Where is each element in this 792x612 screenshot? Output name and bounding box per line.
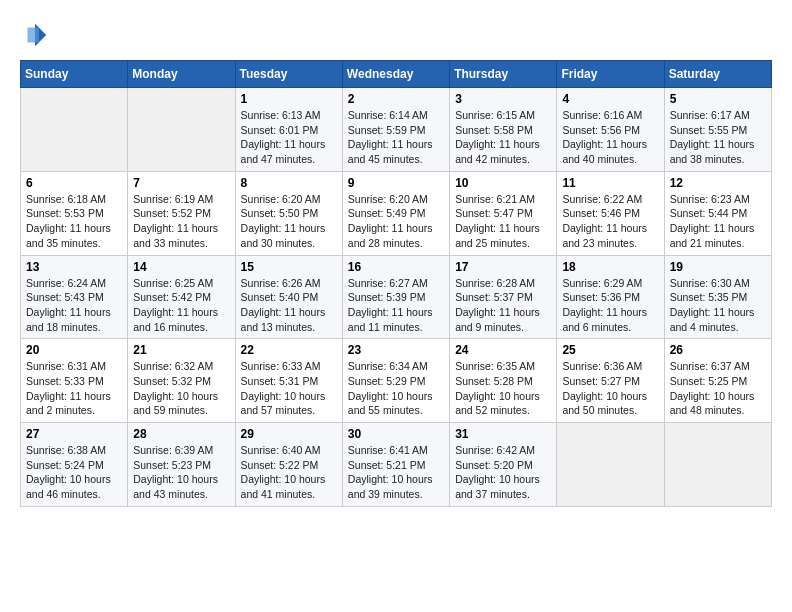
calendar-week: 13 Sunrise: 6:24 AM Sunset: 5:43 PM Dayl…: [21, 255, 772, 339]
calendar-cell: 21 Sunrise: 6:32 AM Sunset: 5:32 PM Dayl…: [128, 339, 235, 423]
day-number: 9: [348, 176, 444, 190]
day-number: 22: [241, 343, 337, 357]
logo-icon: [20, 20, 50, 50]
weekday-header: Tuesday: [235, 61, 342, 88]
day-number: 20: [26, 343, 122, 357]
weekday-header: Thursday: [450, 61, 557, 88]
day-number: 24: [455, 343, 551, 357]
calendar-cell: 29 Sunrise: 6:40 AM Sunset: 5:22 PM Dayl…: [235, 423, 342, 507]
day-info: Sunrise: 6:19 AM Sunset: 5:52 PM Dayligh…: [133, 192, 229, 251]
calendar-cell: [128, 88, 235, 172]
day-number: 1: [241, 92, 337, 106]
day-info: Sunrise: 6:17 AM Sunset: 5:55 PM Dayligh…: [670, 108, 766, 167]
day-number: 31: [455, 427, 551, 441]
day-number: 27: [26, 427, 122, 441]
day-info: Sunrise: 6:24 AM Sunset: 5:43 PM Dayligh…: [26, 276, 122, 335]
day-info: Sunrise: 6:15 AM Sunset: 5:58 PM Dayligh…: [455, 108, 551, 167]
day-info: Sunrise: 6:25 AM Sunset: 5:42 PM Dayligh…: [133, 276, 229, 335]
day-info: Sunrise: 6:40 AM Sunset: 5:22 PM Dayligh…: [241, 443, 337, 502]
day-info: Sunrise: 6:28 AM Sunset: 5:37 PM Dayligh…: [455, 276, 551, 335]
calendar-cell: 19 Sunrise: 6:30 AM Sunset: 5:35 PM Dayl…: [664, 255, 771, 339]
calendar-cell: [557, 423, 664, 507]
day-number: 3: [455, 92, 551, 106]
day-number: 11: [562, 176, 658, 190]
header-row: SundayMondayTuesdayWednesdayThursdayFrid…: [21, 61, 772, 88]
calendar-cell: 10 Sunrise: 6:21 AM Sunset: 5:47 PM Dayl…: [450, 171, 557, 255]
calendar-cell: 11 Sunrise: 6:22 AM Sunset: 5:46 PM Dayl…: [557, 171, 664, 255]
day-info: Sunrise: 6:38 AM Sunset: 5:24 PM Dayligh…: [26, 443, 122, 502]
day-number: 16: [348, 260, 444, 274]
calendar-cell: 22 Sunrise: 6:33 AM Sunset: 5:31 PM Dayl…: [235, 339, 342, 423]
day-number: 28: [133, 427, 229, 441]
day-info: Sunrise: 6:21 AM Sunset: 5:47 PM Dayligh…: [455, 192, 551, 251]
day-info: Sunrise: 6:16 AM Sunset: 5:56 PM Dayligh…: [562, 108, 658, 167]
calendar-cell: 26 Sunrise: 6:37 AM Sunset: 5:25 PM Dayl…: [664, 339, 771, 423]
day-number: 14: [133, 260, 229, 274]
weekday-header: Friday: [557, 61, 664, 88]
calendar-cell: 13 Sunrise: 6:24 AM Sunset: 5:43 PM Dayl…: [21, 255, 128, 339]
day-number: 13: [26, 260, 122, 274]
day-number: 8: [241, 176, 337, 190]
day-info: Sunrise: 6:27 AM Sunset: 5:39 PM Dayligh…: [348, 276, 444, 335]
day-number: 2: [348, 92, 444, 106]
calendar-cell: 30 Sunrise: 6:41 AM Sunset: 5:21 PM Dayl…: [342, 423, 449, 507]
calendar-table: SundayMondayTuesdayWednesdayThursdayFrid…: [20, 60, 772, 507]
day-info: Sunrise: 6:20 AM Sunset: 5:50 PM Dayligh…: [241, 192, 337, 251]
calendar-cell: 1 Sunrise: 6:13 AM Sunset: 6:01 PM Dayli…: [235, 88, 342, 172]
day-number: 18: [562, 260, 658, 274]
day-info: Sunrise: 6:39 AM Sunset: 5:23 PM Dayligh…: [133, 443, 229, 502]
page-header: [20, 20, 772, 50]
calendar-week: 27 Sunrise: 6:38 AM Sunset: 5:24 PM Dayl…: [21, 423, 772, 507]
calendar-week: 20 Sunrise: 6:31 AM Sunset: 5:33 PM Dayl…: [21, 339, 772, 423]
day-info: Sunrise: 6:32 AM Sunset: 5:32 PM Dayligh…: [133, 359, 229, 418]
day-number: 15: [241, 260, 337, 274]
calendar-cell: 31 Sunrise: 6:42 AM Sunset: 5:20 PM Dayl…: [450, 423, 557, 507]
day-info: Sunrise: 6:37 AM Sunset: 5:25 PM Dayligh…: [670, 359, 766, 418]
calendar-week: 6 Sunrise: 6:18 AM Sunset: 5:53 PM Dayli…: [21, 171, 772, 255]
day-number: 23: [348, 343, 444, 357]
calendar-cell: 24 Sunrise: 6:35 AM Sunset: 5:28 PM Dayl…: [450, 339, 557, 423]
day-number: 26: [670, 343, 766, 357]
calendar-cell: 28 Sunrise: 6:39 AM Sunset: 5:23 PM Dayl…: [128, 423, 235, 507]
day-info: Sunrise: 6:30 AM Sunset: 5:35 PM Dayligh…: [670, 276, 766, 335]
day-info: Sunrise: 6:34 AM Sunset: 5:29 PM Dayligh…: [348, 359, 444, 418]
day-info: Sunrise: 6:33 AM Sunset: 5:31 PM Dayligh…: [241, 359, 337, 418]
day-number: 30: [348, 427, 444, 441]
calendar-cell: 25 Sunrise: 6:36 AM Sunset: 5:27 PM Dayl…: [557, 339, 664, 423]
day-info: Sunrise: 6:41 AM Sunset: 5:21 PM Dayligh…: [348, 443, 444, 502]
day-number: 5: [670, 92, 766, 106]
day-number: 6: [26, 176, 122, 190]
svg-marker-1: [28, 28, 39, 43]
calendar-cell: 6 Sunrise: 6:18 AM Sunset: 5:53 PM Dayli…: [21, 171, 128, 255]
day-info: Sunrise: 6:23 AM Sunset: 5:44 PM Dayligh…: [670, 192, 766, 251]
weekday-header: Monday: [128, 61, 235, 88]
calendar-cell: 4 Sunrise: 6:16 AM Sunset: 5:56 PM Dayli…: [557, 88, 664, 172]
day-number: 19: [670, 260, 766, 274]
calendar-cell: [664, 423, 771, 507]
calendar-cell: 20 Sunrise: 6:31 AM Sunset: 5:33 PM Dayl…: [21, 339, 128, 423]
day-number: 10: [455, 176, 551, 190]
day-info: Sunrise: 6:36 AM Sunset: 5:27 PM Dayligh…: [562, 359, 658, 418]
logo: [20, 20, 54, 50]
day-number: 17: [455, 260, 551, 274]
calendar-cell: 7 Sunrise: 6:19 AM Sunset: 5:52 PM Dayli…: [128, 171, 235, 255]
day-info: Sunrise: 6:42 AM Sunset: 5:20 PM Dayligh…: [455, 443, 551, 502]
day-info: Sunrise: 6:31 AM Sunset: 5:33 PM Dayligh…: [26, 359, 122, 418]
day-number: 21: [133, 343, 229, 357]
day-info: Sunrise: 6:35 AM Sunset: 5:28 PM Dayligh…: [455, 359, 551, 418]
calendar-cell: 9 Sunrise: 6:20 AM Sunset: 5:49 PM Dayli…: [342, 171, 449, 255]
calendar-cell: 5 Sunrise: 6:17 AM Sunset: 5:55 PM Dayli…: [664, 88, 771, 172]
calendar-cell: 27 Sunrise: 6:38 AM Sunset: 5:24 PM Dayl…: [21, 423, 128, 507]
weekday-header: Sunday: [21, 61, 128, 88]
calendar-cell: 3 Sunrise: 6:15 AM Sunset: 5:58 PM Dayli…: [450, 88, 557, 172]
day-number: 7: [133, 176, 229, 190]
day-number: 25: [562, 343, 658, 357]
calendar-cell: 2 Sunrise: 6:14 AM Sunset: 5:59 PM Dayli…: [342, 88, 449, 172]
calendar-cell: 17 Sunrise: 6:28 AM Sunset: 5:37 PM Dayl…: [450, 255, 557, 339]
day-number: 29: [241, 427, 337, 441]
day-info: Sunrise: 6:26 AM Sunset: 5:40 PM Dayligh…: [241, 276, 337, 335]
calendar-cell: 8 Sunrise: 6:20 AM Sunset: 5:50 PM Dayli…: [235, 171, 342, 255]
day-info: Sunrise: 6:13 AM Sunset: 6:01 PM Dayligh…: [241, 108, 337, 167]
calendar-cell: 23 Sunrise: 6:34 AM Sunset: 5:29 PM Dayl…: [342, 339, 449, 423]
calendar-cell: [21, 88, 128, 172]
